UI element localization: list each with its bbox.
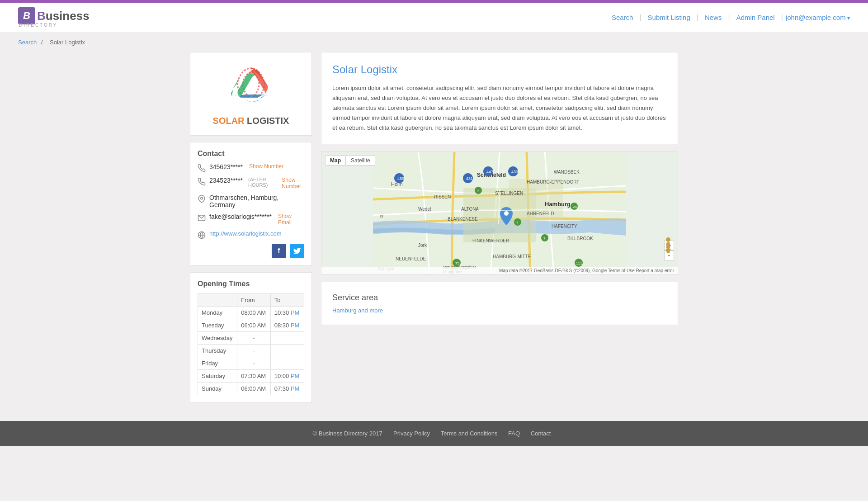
svg-text:HAFENCITY: HAFENCITY: [552, 224, 577, 229]
breadcrumb-current: Solar Logistix: [50, 39, 85, 46]
from-cell: 07:30 AM: [237, 370, 270, 383]
contact-phone2-row: 234523***** (AFTER HOURS) Show Number: [198, 177, 304, 189]
company-name-part1: SOLAR: [213, 116, 245, 126]
logo-letter: B: [18, 7, 35, 24]
contact-card: Contact 345623***** Show Number 234523**…: [190, 142, 312, 266]
svg-text:433: 433: [511, 170, 518, 174]
social-icons: f: [198, 244, 304, 258]
svg-text:111: 111: [576, 261, 582, 265]
svg-text:ALTONA: ALTONA: [461, 207, 479, 212]
nav-admin[interactable]: Admin Panel: [733, 14, 778, 21]
phone2-icon: [198, 178, 206, 186]
service-area-card: Service area Hamburg and more: [321, 282, 678, 325]
svg-point-1: [201, 197, 203, 199]
map-attribution: Map data ©2017 GeoBasis-DE/BKG (©2009), …: [321, 267, 678, 274]
svg-text:er: er: [380, 213, 384, 218]
day-cell: Tuesday: [198, 319, 237, 332]
logo-main-text: Business: [37, 9, 90, 23]
from-cell: 06:00 AM: [237, 383, 270, 395]
svg-text:Jork: Jork: [418, 243, 427, 248]
nav-search[interactable]: Search: [608, 14, 637, 21]
phone-icon: [198, 164, 206, 172]
table-row: Saturday07:30 AM10:00 PM: [198, 370, 304, 383]
main-nav: Search | Submit Listing | News | Admin P…: [608, 14, 850, 22]
company-logo-card: SOLAR LOGISTIX: [190, 52, 312, 136]
facebook-icon[interactable]: f: [272, 244, 286, 258]
opening-times-heading: Opening Times: [198, 280, 304, 288]
day-cell: Thursday: [198, 345, 237, 357]
right-panel: Solar Logistix Lorem ipsum dolor sit ame…: [321, 52, 678, 403]
logo-area: B Business DIRECTORY: [18, 7, 90, 28]
svg-text:7: 7: [543, 236, 546, 241]
to-cell: 10:00 PM: [270, 370, 304, 383]
svg-point-50: [666, 237, 670, 242]
map-tab-satellite[interactable]: Satellite: [346, 156, 375, 165]
map-container: Map Satellite: [321, 152, 678, 274]
footer: © Business Directory 2017 Privacy Policy…: [0, 421, 868, 446]
footer-terms[interactable]: Terms and Conditions: [441, 430, 498, 437]
company-name: SOLAR LOGISTIX: [199, 116, 302, 126]
show-email-link[interactable]: Show Email: [278, 213, 304, 226]
after-hours-label: (AFTER HOURS): [248, 177, 274, 188]
twitter-icon[interactable]: [290, 244, 304, 258]
company-name-part2: LOGISTIX: [245, 116, 289, 126]
svg-point-49: [504, 211, 509, 216]
col-to: To: [270, 294, 304, 307]
to-cell: [270, 345, 304, 357]
phone1-number: 345623*****: [209, 163, 243, 170]
contact-email-row: fake@solarlogis******* Show Email: [198, 213, 304, 226]
svg-text:NEUENFELDE: NEUENFELDE: [396, 256, 426, 261]
table-row: Wednesday-: [198, 332, 304, 345]
svg-text:Wedel: Wedel: [418, 207, 431, 212]
table-row: Monday08:00 AM10:30 PM: [198, 307, 304, 319]
svg-text:75: 75: [455, 261, 459, 265]
website-icon: [198, 231, 206, 239]
from-cell: -: [237, 332, 270, 345]
show-phone1-link[interactable]: Show Number: [249, 163, 283, 170]
map-card: Map Satellite: [321, 151, 678, 274]
svg-text:7: 7: [477, 189, 479, 193]
table-row: Sunday06:00 AM07:30 PM: [198, 383, 304, 395]
map-tabs: Map Satellite: [325, 156, 375, 165]
map-tab-map[interactable]: Map: [325, 156, 346, 165]
to-cell: 10:30 PM: [270, 307, 304, 319]
table-row: Thursday-: [198, 345, 304, 357]
website-link[interactable]: http://www.solarlogistix.com: [209, 230, 282, 237]
from-cell: -: [237, 357, 270, 370]
contact-phone1-row: 345623***** Show Number: [198, 163, 304, 172]
footer-copyright: © Business Directory 2017: [313, 430, 382, 437]
opening-times-table: From To Monday08:00 AM10:30 PMTuesday06:…: [198, 293, 304, 395]
day-cell: Saturday: [198, 370, 237, 383]
from-cell: -: [237, 345, 270, 357]
breadcrumb: Search / Solar Logistix: [0, 33, 868, 52]
from-cell: 06:00 AM: [237, 319, 270, 332]
service-area-text: Hamburg and more: [332, 307, 667, 314]
svg-text:HAMBURG-MITTE: HAMBURG-MITTE: [493, 254, 531, 259]
street-view-icon[interactable]: [663, 237, 673, 250]
to-cell: 08:30 PM: [270, 319, 304, 332]
company-info-card: Solar Logistix Lorem ipsum dolor sit ame…: [321, 52, 678, 144]
nav-submit[interactable]: Submit Listing: [644, 14, 694, 21]
breadcrumb-sep: /: [41, 39, 44, 46]
to-cell: 07:30 PM: [270, 383, 304, 395]
nav-news[interactable]: News: [701, 14, 726, 21]
breadcrumb-search[interactable]: Search: [18, 39, 37, 46]
footer-contact[interactable]: Contact: [531, 430, 551, 437]
header: B Business DIRECTORY Search | Submit Lis…: [0, 3, 868, 33]
svg-text:24: 24: [573, 205, 577, 209]
company-description: Lorem ipsum dolor sit amet, consetetur s…: [332, 83, 667, 133]
nav-user[interactable]: john@example.com: [786, 14, 850, 21]
location-icon: [198, 195, 206, 203]
show-phone2-link[interactable]: Show Number: [282, 177, 304, 189]
nav-sep-3: |: [728, 14, 730, 22]
svg-text:RISSEN: RISSEN: [434, 194, 451, 199]
nav-sep-1: |: [639, 14, 641, 22]
contact-address-row: Othmarschen, Hamburg, Germany: [198, 194, 304, 208]
day-cell: Friday: [198, 357, 237, 370]
nav-sep-2: |: [697, 14, 698, 22]
footer-privacy[interactable]: Privacy Policy: [393, 430, 430, 437]
svg-text:FINKENWERDER: FINKENWERDER: [472, 238, 509, 243]
opening-times-card: Opening Times From To Monday08:00 AM10:3…: [190, 272, 312, 403]
svg-text:BILLBROOK: BILLBROOK: [567, 236, 593, 241]
footer-faq[interactable]: FAQ: [508, 430, 520, 437]
